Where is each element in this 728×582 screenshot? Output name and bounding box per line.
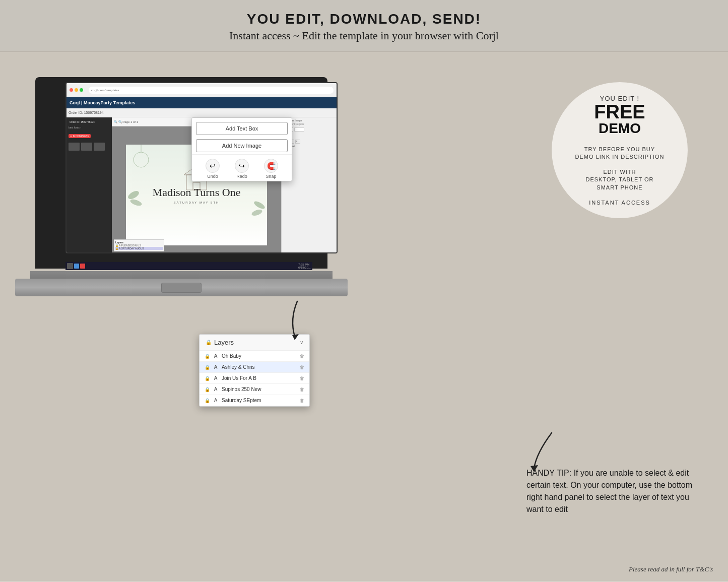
browser-chrome: corjl.com/templates: [67, 83, 337, 97]
layer-trash-5[interactable]: 🗑: [300, 398, 304, 403]
free-demo-circle: YOU EDIT ! FREE DEMO TRY BEFORE YOU BUYD…: [552, 82, 688, 218]
canvas-sub-text: SATURDAY MAY 5TH: [174, 201, 220, 204]
layer-lock-4: 🔒: [205, 387, 210, 392]
corjl-toolbar: Order ID: 1509758194: [67, 108, 337, 117]
align-btn[interactable]: ≡: [295, 140, 300, 144]
taskbar-time: 7:25 PM6/18/20...: [298, 263, 311, 269]
arrow-curve-svg: [280, 299, 310, 339]
close-dot[interactable]: [70, 88, 73, 92]
toolbar-zoom: 🔍 🔍 Page 1 of 1: [114, 120, 138, 123]
layers-mini-panel: Layers 🔒 A PLEASEJOIN US 🔒 A SATURDAY AU…: [114, 239, 164, 251]
layer-name-oh-baby: Oh Baby: [222, 353, 297, 359]
canvas-script-text: Madison Turns One: [153, 186, 241, 199]
order-id-label: Order ID: 1509758194: [69, 119, 110, 124]
layer-name-ashley-chris: Ashley & Chris: [222, 364, 297, 370]
redo-icon-circle[interactable]: ↪: [235, 159, 249, 173]
layer-a-5: A: [213, 398, 219, 403]
laptop-base: [15, 279, 348, 296]
taskbar-icon-1[interactable]: [74, 264, 79, 269]
layer-trash-1[interactable]: 🗑: [300, 354, 304, 359]
demo-free-text: FREE: [594, 102, 645, 121]
banner-main-title: YOU EDIT, DOWNLOAD, SEND!: [0, 11, 728, 27]
layers-mini-item2: 🔒 A SATURDAY AUGUS: [115, 247, 163, 250]
redo-label: Redo: [236, 174, 247, 179]
layer-lock-3: 🔒: [205, 376, 210, 381]
corjl-sidebar: Order ID: 1509758194 best fonts ↑ ⊙ INCO…: [67, 117, 112, 252]
layer-a-1: A: [213, 353, 219, 359]
minimize-dot[interactable]: [75, 88, 78, 92]
svg-point-4: [127, 189, 141, 201]
layer-trash-3[interactable]: 🗑: [300, 376, 304, 381]
layer-a-3: A: [213, 375, 219, 381]
sidebar-action-1[interactable]: [69, 143, 80, 151]
demo-edit-with-text: EDIT WITHDESKTOP, TABLET ORSMART PHONE: [586, 168, 654, 191]
layer-lock-2: 🔒: [205, 365, 210, 370]
demo-demo-text: DEMO: [599, 121, 641, 136]
layer-a-2: A: [213, 364, 219, 370]
corjl-logo: Corjl | MoocayParty Templates: [70, 100, 135, 105]
toolbar-text: Order ID: 1509758194: [69, 111, 104, 114]
layer-lock-5: 🔒: [205, 398, 210, 403]
incomplete-badge: ⊙ INCOMPLETE: [69, 134, 91, 138]
sidebar-action-2[interactable]: [81, 143, 92, 151]
corjl-popup-panel: Add Text Box Add New Image ↩ Undo ↪ Redo…: [191, 117, 292, 181]
demo-instant-text: INSTANT ACCESS: [589, 200, 650, 206]
undo-icon-circle[interactable]: ↩: [206, 159, 220, 173]
laptop-frame: corjl.com/templates Corjl | MoocayParty …: [15, 77, 353, 470]
taskbar: 7:25 PM6/18/20...: [65, 262, 312, 270]
layer-name-supinos: Supinos 250 New: [222, 386, 297, 392]
snap-item: 🧲 Snap: [264, 159, 278, 179]
browser-url[interactable]: corjl.com/templates: [89, 87, 334, 94]
sidebar-action-3[interactable]: [94, 143, 105, 151]
layer-lock-1: 🔒: [205, 354, 210, 359]
main-area: corjl.com/templates Corjl | MoocayParty …: [0, 52, 728, 581]
snap-icon-circle[interactable]: 🧲: [264, 159, 278, 173]
handy-tip-text: HANDY TIP: If you are unable to select &…: [526, 467, 698, 515]
layer-a-4: A: [213, 386, 219, 392]
taskbar-icon-2[interactable]: [80, 264, 85, 269]
layers-lock-icon: 🔒: [206, 340, 212, 345]
undo-item: ↩ Undo: [206, 159, 220, 179]
svg-point-0: [134, 152, 149, 167]
layer-trash-4[interactable]: 🗑: [300, 387, 304, 392]
layer-item-join-us[interactable]: 🔒 A Join Us For A B 🗑: [200, 373, 309, 384]
taskbar-start[interactable]: [67, 263, 73, 269]
popup-icons-row: ↩ Undo ↪ Redo 🧲 Snap: [192, 154, 292, 181]
sidebar-title: best fonts ↑: [69, 126, 110, 129]
layer-name-join-us: Join Us For A B: [222, 375, 297, 381]
banner-sub-title: Instant access ~ Edit the template in yo…: [0, 29, 728, 42]
undo-label: Undo: [207, 174, 218, 179]
layer-name-saturday: Saturday SEptem: [222, 398, 297, 403]
layers-title: 🔒 Layers: [206, 339, 234, 346]
redo-item: ↪ Redo: [235, 159, 249, 179]
laptop-trackpad: [161, 283, 202, 293]
font-size-2[interactable]: [294, 127, 304, 132]
add-text-box-button[interactable]: Add Text Box: [196, 122, 288, 135]
maximize-dot[interactable]: [80, 88, 83, 92]
corjl-header: Corjl | MoocayParty Templates: [67, 97, 337, 108]
snap-label: Snap: [266, 174, 276, 179]
layer-item-oh-baby[interactable]: 🔒 A Oh Baby 🗑: [200, 351, 309, 362]
layers-panel: 🔒 Layers ∨ 🔒 A Oh Baby 🗑 🔒 A Ashley & Ch…: [199, 334, 310, 407]
svg-point-5: [129, 198, 143, 207]
layers-title-text: Layers: [214, 339, 234, 346]
svg-marker-11: [292, 334, 299, 340]
footer-note: Please read ad in full for T&C's: [629, 565, 713, 573]
layer-item-saturday[interactable]: 🔒 A Saturday SEptem 🗑: [200, 395, 309, 406]
add-new-image-button[interactable]: Add New Image: [196, 139, 288, 152]
demo-try-text: TRY BEFORE YOU BUYDEMO LINK IN DESCRIPTI…: [575, 146, 665, 161]
layer-item-supinos[interactable]: 🔒 A Supinos 250 New 🗑: [200, 384, 309, 395]
layer-item-ashley-chris[interactable]: 🔒 A Ashley & Chris 🗑: [200, 362, 309, 373]
svg-point-7: [251, 209, 263, 217]
top-banner: YOU EDIT, DOWNLOAD, SEND! Instant access…: [0, 0, 728, 52]
layer-trash-2[interactable]: 🗑: [300, 365, 304, 370]
svg-point-6: [253, 200, 266, 211]
